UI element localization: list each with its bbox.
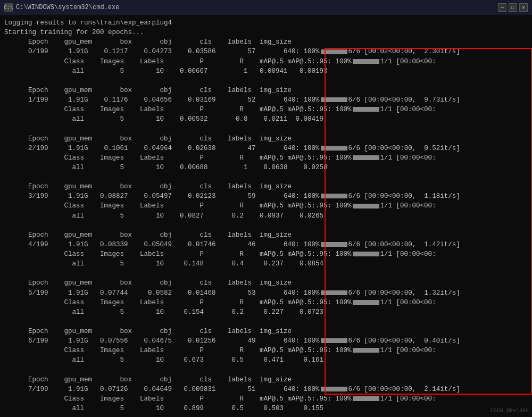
epoch-2-row2: Class Images Labels P R mAP@.5 mAP@.5:.9… <box>4 153 528 163</box>
epoch-7-row2: Class Images Labels P R mAP@.5 mAP@.5:.9… <box>4 394 528 404</box>
epoch-3-row2: Class Images Labels P R mAP@.5 mAP@.5:.9… <box>4 201 528 211</box>
epoch-5-row1: 5/199 1.91G 0.07744 0.0582 0.01468 53 64… <box>4 288 528 298</box>
epoch-2-row1: 2/199 1.91G 0.1061 0.04964 0.02638 47 64… <box>4 144 528 153</box>
spacer-5 <box>4 317 528 327</box>
spacer-1 <box>4 124 528 134</box>
epoch-3-header: Epoch gpu_mem box obj cls labels img_siz… <box>4 182 528 191</box>
epoch-5-row3: all 5 10 0.154 0.2 0.227 0.0723 <box>4 307 528 317</box>
epoch-6-header: Epoch gpu_mem box obj cls labels img_siz… <box>4 327 528 336</box>
epoch-1-row1: 1/199 1.91G 0.1176 0.04656 0.03169 52 64… <box>4 95 528 105</box>
spacer-2 <box>4 172 528 182</box>
epoch-2-header: Epoch gpu_mem box obj cls labels img_siz… <box>4 134 528 144</box>
epoch-3-row1: 3/199 1.91G 0.08827 0.05497 0.02123 59 6… <box>4 191 528 201</box>
epoch-7-row1: 7/199 1.91G 0.07126 0.04649 0.009831 51 … <box>4 385 528 394</box>
epoch-1-row3: all 5 10 0.00532 0.8 0.0211 0.00419 <box>4 114 528 124</box>
window-icon: C:\ <box>4 3 13 12</box>
spacer-4 <box>4 269 528 278</box>
window-title: C:\WINDOWS\system32\cmd.exe <box>16 4 119 11</box>
close-button[interactable]: ✕ <box>519 3 528 12</box>
epoch-0-row2: Class Images Labels P R mAP@.5 mAP@.5:.9… <box>4 57 528 66</box>
console-area: Logging results to runs\train\exp_earplu… <box>0 15 532 417</box>
col-header: Epoch gpu_mem box obj cls labels img_siz… <box>4 37 528 47</box>
epoch-1-row2: Class Images Labels P R mAP@.5 mAP@.5:.9… <box>4 105 528 114</box>
watermark: CSDN @kv1889 <box>491 407 529 415</box>
header-line-2: Starting training for 200 epochs... <box>4 28 528 37</box>
epoch-5-header: Epoch gpu_mem box obj cls labels img_siz… <box>4 278 528 288</box>
title-bar: C:\ C:\WINDOWS\system32\cmd.exe — □ ✕ <box>0 0 532 15</box>
epoch-6-row3: all 5 10 0.673 0.5 0.471 0.161 <box>4 355 528 365</box>
epoch-6-row2: Class Images Labels P R mAP@.5 mAP@.5:.9… <box>4 346 528 355</box>
maximize-button[interactable]: □ <box>509 3 517 12</box>
spacer-0 <box>4 76 528 86</box>
spacer-6 <box>4 365 528 375</box>
epoch-7-header: Epoch gpu_mem box obj cls labels img_siz… <box>4 375 528 385</box>
spacer-3 <box>4 221 528 230</box>
epoch-1-header: Epoch gpu_mem box obj cls labels img_siz… <box>4 86 528 95</box>
window: C:\ C:\WINDOWS\system32\cmd.exe — □ ✕ Lo… <box>0 0 532 417</box>
epoch-7-row3: all 5 10 0.899 0.5 0.503 0.155 <box>4 404 528 413</box>
epoch-0-row1: 0/199 1.91G 0.1217 0.04273 0.03586 57 64… <box>4 47 528 56</box>
title-bar-left: C:\ C:\WINDOWS\system32\cmd.exe <box>4 3 119 12</box>
epoch-3-row3: all 5 10 0.0827 0.2 0.0937 0.0265 <box>4 211 528 221</box>
epoch-0-row3: all 5 10 0.00667 1 0.00941 0.00193 <box>4 66 528 76</box>
epoch-4-row1: 4/199 1.91G 0.08339 0.05049 0.01746 46 6… <box>4 240 528 249</box>
epoch-6-row1: 6/199 1.91G 0.07556 0.04675 0.01256 49 6… <box>4 336 528 346</box>
epoch-4-header: Epoch gpu_mem box obj cls labels img_siz… <box>4 230 528 240</box>
title-controls: — □ ✕ <box>498 3 528 12</box>
epoch-4-row2: Class Images Labels P R mAP@.5 mAP@.5:.9… <box>4 249 528 259</box>
minimize-button[interactable]: — <box>498 3 506 12</box>
epoch-4-row3: all 5 10 0.148 0.4 0.237 0.0854 <box>4 259 528 269</box>
epoch-5-row2: Class Images Labels P R mAP@.5 mAP@.5:.9… <box>4 298 528 307</box>
spacer-7 <box>4 413 528 417</box>
header-line-1: Logging results to runs\train\exp_earplu… <box>4 18 528 28</box>
epoch-2-row3: all 5 10 0.00688 1 0.0638 0.0258 <box>4 163 528 172</box>
